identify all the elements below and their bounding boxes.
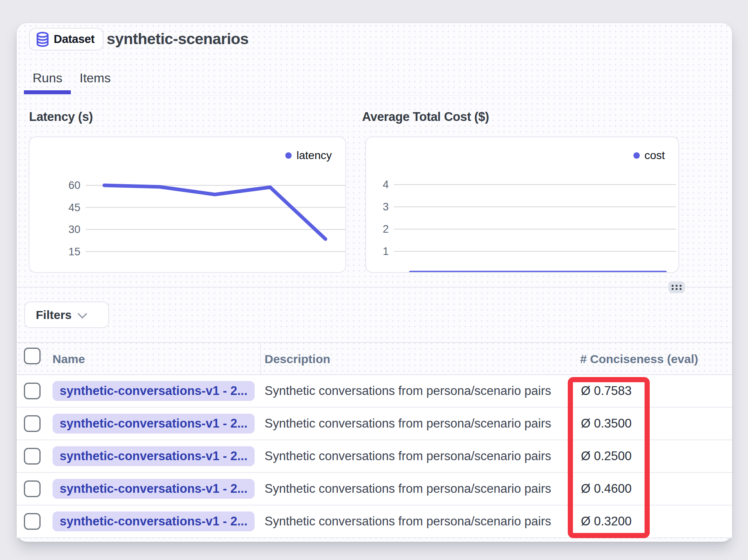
run-description: Synthetic conversations from persona/sce… [265, 506, 551, 537]
table-row-4[interactable]: synthetic-conversations-v1 - 2... Synthe… [17, 473, 732, 506]
cost-legend-label: cost [645, 149, 665, 162]
row-checkbox[interactable] [24, 383, 41, 399]
run-name-link[interactable]: synthetic-conversations-v1 - 2... [53, 381, 255, 401]
svg-text:60: 60 [68, 179, 80, 191]
column-header-conciseness[interactable]: # Conciseness (eval) [580, 352, 698, 366]
dataset-badge-label: Dataset [54, 33, 95, 46]
database-icon [35, 31, 50, 47]
cost-legend: cost [633, 149, 665, 162]
panel-resize-handle[interactable] [668, 281, 685, 293]
run-name-link[interactable]: synthetic-conversations-v1 - 2... [53, 446, 255, 466]
svg-text:15: 15 [68, 246, 80, 258]
filters-button[interactable]: Filters [24, 301, 109, 328]
row-checkbox[interactable] [24, 448, 41, 465]
grip-dots-icon [672, 285, 682, 290]
svg-text:4: 4 [383, 179, 389, 191]
latency-chart-card: 15304560 latency [29, 136, 346, 273]
cost-chart-card: 1234 cost [365, 136, 679, 273]
table-row-1[interactable]: synthetic-conversations-v1 - 2... Synthe… [17, 375, 732, 408]
table-row-5[interactable]: synthetic-conversations-v1 - 2... Synthe… [17, 506, 732, 538]
table-body: synthetic-conversations-v1 - 2... Synthe… [17, 375, 732, 538]
run-description: Synthetic conversations from persona/sce… [265, 473, 551, 505]
svg-text:45: 45 [68, 202, 80, 214]
runs-table: Name Description # Conciseness (eval) sy… [17, 342, 732, 542]
screen: { "header": { "badge_label": "Dataset", … [0, 0, 748, 560]
conciseness-value: Ø 0.3200 [581, 506, 632, 537]
main-card: Dataset synthetic-scenarios Runs Items L… [17, 23, 732, 542]
page-title: synthetic-scenarios [107, 30, 249, 48]
filters-button-label: Filters [36, 308, 72, 322]
tab-bar: Runs Items [17, 70, 732, 96]
row-checkbox[interactable] [24, 513, 41, 530]
row-checkbox[interactable] [24, 415, 41, 432]
chevron-down-icon [77, 313, 88, 319]
latency-legend-dot-icon [285, 152, 292, 159]
svg-text:3: 3 [383, 201, 389, 213]
dataset-badge: Dataset [29, 28, 103, 51]
conciseness-value: Ø 0.3500 [581, 408, 632, 439]
conciseness-value: Ø 0.7583 [581, 375, 632, 407]
row-checkbox[interactable] [24, 480, 41, 497]
svg-text:30: 30 [68, 224, 80, 235]
cost-line-chart: 1234 [366, 137, 679, 273]
conciseness-value: Ø 0.4600 [581, 473, 632, 505]
latency-chart-title: Latency (s) [29, 110, 93, 124]
run-name-link[interactable]: synthetic-conversations-v1 - 2... [53, 414, 255, 434]
run-description: Synthetic conversations from persona/sce… [265, 375, 551, 407]
tab-runs[interactable]: Runs [33, 71, 62, 86]
active-tab-indicator [24, 90, 71, 94]
cost-legend-dot-icon [633, 152, 640, 159]
table-row-2[interactable]: synthetic-conversations-v1 - 2... Synthe… [17, 408, 732, 440]
table-row-3[interactable]: synthetic-conversations-v1 - 2... Synthe… [17, 440, 732, 473]
run-name-link[interactable]: synthetic-conversations-v1 - 2... [53, 511, 255, 531]
cost-chart-title: Average Total Cost ($) [362, 110, 489, 124]
charts-table-divider [17, 287, 732, 288]
select-all-checkbox[interactable] [24, 348, 41, 364]
svg-text:2: 2 [383, 223, 389, 235]
latency-legend: latency [285, 149, 332, 162]
conciseness-value: Ø 0.2500 [581, 440, 632, 472]
table-header: Name Description # Conciseness (eval) [17, 342, 732, 375]
column-header-description[interactable]: Description [265, 352, 330, 366]
latency-legend-label: latency [296, 149, 332, 162]
svg-text:1: 1 [383, 245, 389, 257]
run-description: Synthetic conversations from persona/sce… [265, 440, 551, 472]
run-description: Synthetic conversations from persona/sce… [265, 408, 551, 439]
column-header-name[interactable]: Name [53, 352, 85, 366]
run-name-link[interactable]: synthetic-conversations-v1 - 2... [53, 479, 255, 499]
tab-items[interactable]: Items [80, 71, 111, 86]
